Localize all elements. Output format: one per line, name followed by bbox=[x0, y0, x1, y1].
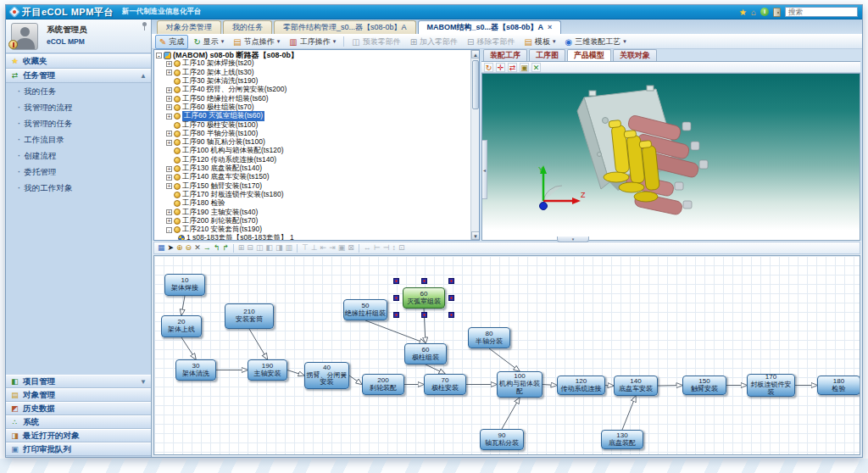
home-icon[interactable]: ⌂ bbox=[751, 8, 756, 17]
assembly-3d-button[interactable]: ◉三维装配工艺▾ bbox=[560, 35, 630, 49]
tree-expander-icon[interactable]: + bbox=[166, 218, 172, 224]
select-cursor-icon[interactable]: ➤ bbox=[168, 242, 175, 253]
logout-door-icon[interactable] bbox=[773, 8, 781, 17]
selection-handle[interactable] bbox=[448, 278, 454, 284]
tab-3[interactable]: MABOM结构_s0...器【s08-0b】A× bbox=[418, 20, 562, 34]
node-ops-button[interactable]: ▤节点操作▾ bbox=[229, 35, 284, 49]
tree-expander-icon[interactable]: + bbox=[166, 131, 172, 136]
flow-node-70[interactable]: 70极柱安装 bbox=[424, 374, 466, 395]
collapse-arrow-icon[interactable]: ▲ bbox=[140, 72, 147, 80]
dropdown-arrow-icon[interactable]: ▾ bbox=[221, 38, 225, 45]
flow-node-60[interactable]: 60灭弧室组装 bbox=[403, 287, 445, 309]
sidebar-section-project[interactable]: ◧项目管理▼ bbox=[6, 375, 151, 388]
model-tab-2[interactable]: 产品模型 bbox=[567, 49, 611, 61]
flow-node-180[interactable]: 180检验 bbox=[817, 376, 860, 395]
tab-0[interactable]: 对象分类管理 bbox=[157, 20, 221, 34]
dropdown-arrow-icon[interactable]: ▾ bbox=[333, 38, 337, 45]
flow-node-200[interactable]: 200刹轮装配 bbox=[362, 374, 404, 395]
dropdown-arrow-icon[interactable]: ▾ bbox=[623, 38, 626, 45]
expand-arrow-icon[interactable]: ▼ bbox=[140, 378, 147, 386]
selection-handle[interactable] bbox=[421, 278, 427, 284]
sidebar-section-system[interactable]: ∴系统 bbox=[6, 415, 151, 429]
flow-node-150[interactable]: 150触臂安装 bbox=[682, 376, 726, 395]
align-right-icon[interactable]: ⇥ bbox=[329, 242, 336, 253]
sidebar-section-recent[interactable]: ◨最近打开的对象 bbox=[6, 429, 151, 442]
tree-expander-icon[interactable]: + bbox=[166, 140, 172, 146]
pan-view-icon[interactable]: ✛ bbox=[496, 63, 505, 72]
search-input[interactable] bbox=[785, 7, 858, 17]
model-tab-0[interactable]: 装配工序 bbox=[483, 49, 527, 61]
same-width-icon[interactable]: ⊢ bbox=[374, 242, 381, 253]
tree-expander-icon[interactable]: + bbox=[166, 70, 172, 75]
sidebar-section-favorites[interactable]: ★ 收藏夹 bbox=[6, 54, 151, 69]
tree-expander-icon[interactable]: + bbox=[166, 183, 172, 189]
split-icon[interactable]: ◨ bbox=[275, 242, 283, 253]
fit-view-icon[interactable]: ✕ bbox=[531, 63, 541, 72]
sidebar-section-history[interactable]: ◩历史数据 bbox=[6, 402, 151, 415]
selection-handle[interactable] bbox=[421, 312, 427, 318]
flow-node-210[interactable]: 210安装套筒 bbox=[225, 303, 274, 329]
tree-expander-icon[interactable]: + bbox=[166, 166, 172, 172]
tab-1[interactable]: 我的任务 bbox=[223, 20, 272, 34]
flow-node-130[interactable]: 130底盘装配 bbox=[601, 430, 643, 449]
sidebar-section-object[interactable]: ▤对象管理 bbox=[6, 388, 151, 402]
tree-expander-icon[interactable]: - bbox=[156, 53, 162, 58]
flowchart-canvas[interactable]: 10架体焊接20架体上线30架体清洗210安装套筒190主轴安装40拐臂、分闸簧… bbox=[153, 255, 860, 455]
process-ops-button[interactable]: ▥工序操作▾ bbox=[285, 35, 340, 49]
splitter-collapse-tab[interactable]: ▾ bbox=[557, 236, 589, 242]
dropdown-arrow-icon[interactable]: ▾ bbox=[553, 38, 556, 45]
resize-icon[interactable]: ⊡ bbox=[398, 242, 405, 253]
scale-view-icon[interactable]: ⇄ bbox=[508, 63, 517, 72]
box-select-icon[interactable]: ▣ bbox=[520, 63, 529, 72]
scrollbar-thumb[interactable] bbox=[472, 60, 479, 109]
tree-scrollbar[interactable]: ▲ ▼ bbox=[470, 50, 479, 240]
sidebar-item-1[interactable]: ·我管理的流程 bbox=[6, 99, 151, 115]
tree-expander-icon[interactable]: + bbox=[166, 104, 172, 110]
flow-node-20[interactable]: 20架体上线 bbox=[161, 315, 202, 337]
selection-handle[interactable] bbox=[393, 312, 399, 318]
flow-node-140[interactable]: 140底盘车安装 bbox=[614, 376, 658, 396]
align-bottom-icon[interactable]: ⊥ bbox=[311, 242, 318, 253]
sidebar-section-print[interactable]: ▣打印审批队列 bbox=[6, 442, 151, 456]
dropdown-arrow-icon[interactable]: ▾ bbox=[277, 38, 281, 45]
center-icon[interactable]: ▣ bbox=[338, 242, 346, 253]
sidebar-item-0[interactable]: ·我的任务 bbox=[6, 83, 151, 99]
merge-icon[interactable]: ◧ bbox=[265, 242, 273, 253]
flow-node-120[interactable]: 120传动系统连接 bbox=[557, 376, 605, 395]
tree-expander-icon[interactable]: + bbox=[166, 87, 172, 93]
sidebar-item-6[interactable]: ·我的工作对象 bbox=[6, 180, 151, 196]
template-button[interactable]: ▤模板▾ bbox=[520, 35, 559, 49]
tree-expander-icon[interactable]: - bbox=[166, 227, 172, 233]
align-top-icon[interactable]: ⊤ bbox=[302, 242, 309, 253]
rotate-view-icon[interactable]: ↻ bbox=[484, 63, 493, 72]
display-button[interactable]: ↻显示▾ bbox=[189, 35, 228, 49]
same-height-icon[interactable]: ⊣ bbox=[383, 242, 390, 253]
flow-node-170[interactable]: 170封板连锁件安装 bbox=[747, 374, 795, 397]
fit-page-icon[interactable]: ✕ bbox=[194, 242, 201, 253]
table-col-icon[interactable]: ◫ bbox=[256, 242, 264, 253]
flow-node-190[interactable]: 190主轴安装 bbox=[248, 359, 287, 381]
tree-expander-icon[interactable]: + bbox=[166, 114, 172, 120]
flow-node-40[interactable]: 40拐臂、分闸簧安装 bbox=[304, 362, 349, 389]
tree-row-20[interactable]: 1 s08-183套筒【s08-183套筒】 1 bbox=[156, 234, 470, 240]
model-viewport[interactable]: Y Z ◂ bbox=[481, 73, 860, 241]
model-tab-1[interactable]: 工序图 bbox=[529, 49, 565, 61]
selection-handle[interactable] bbox=[448, 295, 454, 301]
selection-handle[interactable] bbox=[393, 295, 399, 301]
table-row-icon[interactable]: ⊟ bbox=[247, 242, 253, 253]
zoom-out-icon[interactable]: ⊖ bbox=[186, 242, 192, 253]
favorites-star-icon[interactable]: ★ bbox=[739, 8, 747, 17]
flow-node-30[interactable]: 30架体清洗 bbox=[175, 359, 216, 381]
tree-expander-icon[interactable]: + bbox=[166, 96, 172, 102]
tree-expander-icon[interactable]: + bbox=[166, 209, 172, 215]
redo-icon[interactable]: ↱ bbox=[222, 242, 229, 253]
layout-icon[interactable]: ▥ bbox=[285, 242, 292, 253]
tab-close-icon[interactable]: × bbox=[548, 23, 552, 31]
table-icon[interactable]: ⊞ bbox=[238, 242, 245, 253]
flow-node-60[interactable]: 60极柱组装 bbox=[404, 343, 447, 364]
dist-v-icon[interactable]: ↕ bbox=[392, 242, 396, 253]
expand-icon[interactable]: ⊠ bbox=[348, 242, 354, 253]
flow-node-10[interactable]: 10架体焊接 bbox=[164, 274, 205, 296]
sidebar-item-5[interactable]: ·委托管理 bbox=[6, 164, 151, 180]
panel-collapse-handle[interactable]: ◂ bbox=[482, 140, 487, 199]
